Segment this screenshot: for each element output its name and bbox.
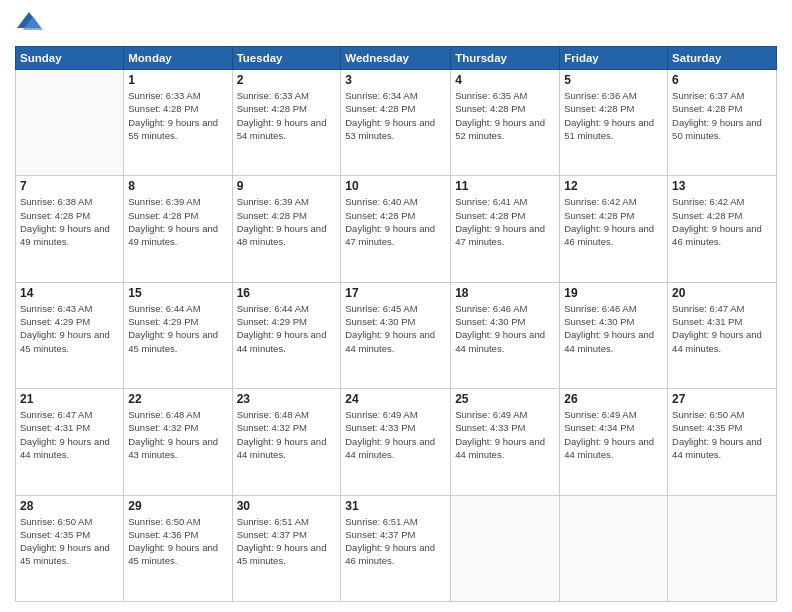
day-number: 5 — [564, 73, 663, 87]
calendar-cell: 21Sunrise: 6:47 AMSunset: 4:31 PMDayligh… — [16, 389, 124, 495]
day-number: 28 — [20, 499, 119, 513]
day-info: Sunrise: 6:49 AMSunset: 4:33 PMDaylight:… — [455, 408, 555, 461]
calendar-cell: 18Sunrise: 6:46 AMSunset: 4:30 PMDayligh… — [451, 282, 560, 388]
day-number: 4 — [455, 73, 555, 87]
weekday-header-sunday: Sunday — [16, 47, 124, 70]
day-info: Sunrise: 6:51 AMSunset: 4:37 PMDaylight:… — [345, 515, 446, 568]
day-info: Sunrise: 6:47 AMSunset: 4:31 PMDaylight:… — [672, 302, 772, 355]
day-number: 14 — [20, 286, 119, 300]
calendar-cell: 28Sunrise: 6:50 AMSunset: 4:35 PMDayligh… — [16, 495, 124, 601]
day-info: Sunrise: 6:43 AMSunset: 4:29 PMDaylight:… — [20, 302, 119, 355]
day-info: Sunrise: 6:48 AMSunset: 4:32 PMDaylight:… — [237, 408, 337, 461]
day-info: Sunrise: 6:38 AMSunset: 4:28 PMDaylight:… — [20, 195, 119, 248]
day-info: Sunrise: 6:47 AMSunset: 4:31 PMDaylight:… — [20, 408, 119, 461]
calendar-cell: 16Sunrise: 6:44 AMSunset: 4:29 PMDayligh… — [232, 282, 341, 388]
day-number: 16 — [237, 286, 337, 300]
calendar-cell: 27Sunrise: 6:50 AMSunset: 4:35 PMDayligh… — [668, 389, 777, 495]
day-number: 31 — [345, 499, 446, 513]
day-number: 6 — [672, 73, 772, 87]
calendar-cell: 5Sunrise: 6:36 AMSunset: 4:28 PMDaylight… — [560, 70, 668, 176]
calendar-cell: 10Sunrise: 6:40 AMSunset: 4:28 PMDayligh… — [341, 176, 451, 282]
day-info: Sunrise: 6:37 AMSunset: 4:28 PMDaylight:… — [672, 89, 772, 142]
calendar-cell: 8Sunrise: 6:39 AMSunset: 4:28 PMDaylight… — [124, 176, 232, 282]
calendar-header-row: SundayMondayTuesdayWednesdayThursdayFrid… — [16, 47, 777, 70]
logo-icon — [15, 8, 43, 36]
calendar-cell: 30Sunrise: 6:51 AMSunset: 4:37 PMDayligh… — [232, 495, 341, 601]
day-info: Sunrise: 6:33 AMSunset: 4:28 PMDaylight:… — [128, 89, 227, 142]
weekday-header-friday: Friday — [560, 47, 668, 70]
day-number: 15 — [128, 286, 227, 300]
day-info: Sunrise: 6:40 AMSunset: 4:28 PMDaylight:… — [345, 195, 446, 248]
weekday-header-wednesday: Wednesday — [341, 47, 451, 70]
calendar-cell: 2Sunrise: 6:33 AMSunset: 4:28 PMDaylight… — [232, 70, 341, 176]
calendar-cell: 4Sunrise: 6:35 AMSunset: 4:28 PMDaylight… — [451, 70, 560, 176]
calendar-week-row: 21Sunrise: 6:47 AMSunset: 4:31 PMDayligh… — [16, 389, 777, 495]
day-info: Sunrise: 6:42 AMSunset: 4:28 PMDaylight:… — [672, 195, 772, 248]
day-info: Sunrise: 6:50 AMSunset: 4:36 PMDaylight:… — [128, 515, 227, 568]
weekday-header-thursday: Thursday — [451, 47, 560, 70]
day-info: Sunrise: 6:46 AMSunset: 4:30 PMDaylight:… — [564, 302, 663, 355]
calendar-cell: 22Sunrise: 6:48 AMSunset: 4:32 PMDayligh… — [124, 389, 232, 495]
calendar-cell: 3Sunrise: 6:34 AMSunset: 4:28 PMDaylight… — [341, 70, 451, 176]
calendar-cell: 9Sunrise: 6:39 AMSunset: 4:28 PMDaylight… — [232, 176, 341, 282]
calendar-cell: 14Sunrise: 6:43 AMSunset: 4:29 PMDayligh… — [16, 282, 124, 388]
day-info: Sunrise: 6:44 AMSunset: 4:29 PMDaylight:… — [237, 302, 337, 355]
day-number: 7 — [20, 179, 119, 193]
day-info: Sunrise: 6:39 AMSunset: 4:28 PMDaylight:… — [128, 195, 227, 248]
day-number: 22 — [128, 392, 227, 406]
calendar-cell: 1Sunrise: 6:33 AMSunset: 4:28 PMDaylight… — [124, 70, 232, 176]
calendar-week-row: 1Sunrise: 6:33 AMSunset: 4:28 PMDaylight… — [16, 70, 777, 176]
day-info: Sunrise: 6:50 AMSunset: 4:35 PMDaylight:… — [672, 408, 772, 461]
day-info: Sunrise: 6:36 AMSunset: 4:28 PMDaylight:… — [564, 89, 663, 142]
calendar-cell: 17Sunrise: 6:45 AMSunset: 4:30 PMDayligh… — [341, 282, 451, 388]
day-number: 29 — [128, 499, 227, 513]
calendar-cell: 15Sunrise: 6:44 AMSunset: 4:29 PMDayligh… — [124, 282, 232, 388]
weekday-header-monday: Monday — [124, 47, 232, 70]
day-number: 20 — [672, 286, 772, 300]
logo — [15, 10, 45, 38]
day-info: Sunrise: 6:33 AMSunset: 4:28 PMDaylight:… — [237, 89, 337, 142]
day-number: 10 — [345, 179, 446, 193]
day-number: 12 — [564, 179, 663, 193]
calendar-table: SundayMondayTuesdayWednesdayThursdayFrid… — [15, 46, 777, 602]
day-number: 21 — [20, 392, 119, 406]
calendar-cell: 23Sunrise: 6:48 AMSunset: 4:32 PMDayligh… — [232, 389, 341, 495]
day-info: Sunrise: 6:44 AMSunset: 4:29 PMDaylight:… — [128, 302, 227, 355]
day-info: Sunrise: 6:41 AMSunset: 4:28 PMDaylight:… — [455, 195, 555, 248]
day-info: Sunrise: 6:39 AMSunset: 4:28 PMDaylight:… — [237, 195, 337, 248]
day-number: 1 — [128, 73, 227, 87]
calendar-cell — [451, 495, 560, 601]
calendar-cell: 26Sunrise: 6:49 AMSunset: 4:34 PMDayligh… — [560, 389, 668, 495]
page: SundayMondayTuesdayWednesdayThursdayFrid… — [0, 0, 792, 612]
calendar-week-row: 14Sunrise: 6:43 AMSunset: 4:29 PMDayligh… — [16, 282, 777, 388]
day-info: Sunrise: 6:42 AMSunset: 4:28 PMDaylight:… — [564, 195, 663, 248]
day-number: 24 — [345, 392, 446, 406]
day-number: 19 — [564, 286, 663, 300]
day-number: 2 — [237, 73, 337, 87]
day-info: Sunrise: 6:49 AMSunset: 4:34 PMDaylight:… — [564, 408, 663, 461]
calendar-cell: 29Sunrise: 6:50 AMSunset: 4:36 PMDayligh… — [124, 495, 232, 601]
calendar-cell: 11Sunrise: 6:41 AMSunset: 4:28 PMDayligh… — [451, 176, 560, 282]
calendar-week-row: 7Sunrise: 6:38 AMSunset: 4:28 PMDaylight… — [16, 176, 777, 282]
day-number: 23 — [237, 392, 337, 406]
day-info: Sunrise: 6:50 AMSunset: 4:35 PMDaylight:… — [20, 515, 119, 568]
calendar-cell — [16, 70, 124, 176]
day-number: 18 — [455, 286, 555, 300]
calendar-cell: 13Sunrise: 6:42 AMSunset: 4:28 PMDayligh… — [668, 176, 777, 282]
day-number: 11 — [455, 179, 555, 193]
day-number: 9 — [237, 179, 337, 193]
day-number: 17 — [345, 286, 446, 300]
day-info: Sunrise: 6:34 AMSunset: 4:28 PMDaylight:… — [345, 89, 446, 142]
day-info: Sunrise: 6:35 AMSunset: 4:28 PMDaylight:… — [455, 89, 555, 142]
calendar-cell: 24Sunrise: 6:49 AMSunset: 4:33 PMDayligh… — [341, 389, 451, 495]
weekday-header-tuesday: Tuesday — [232, 47, 341, 70]
calendar-cell: 19Sunrise: 6:46 AMSunset: 4:30 PMDayligh… — [560, 282, 668, 388]
calendar-cell: 6Sunrise: 6:37 AMSunset: 4:28 PMDaylight… — [668, 70, 777, 176]
calendar-cell — [560, 495, 668, 601]
day-number: 25 — [455, 392, 555, 406]
calendar-week-row: 28Sunrise: 6:50 AMSunset: 4:35 PMDayligh… — [16, 495, 777, 601]
day-info: Sunrise: 6:49 AMSunset: 4:33 PMDaylight:… — [345, 408, 446, 461]
weekday-header-saturday: Saturday — [668, 47, 777, 70]
calendar-cell: 31Sunrise: 6:51 AMSunset: 4:37 PMDayligh… — [341, 495, 451, 601]
day-number: 13 — [672, 179, 772, 193]
